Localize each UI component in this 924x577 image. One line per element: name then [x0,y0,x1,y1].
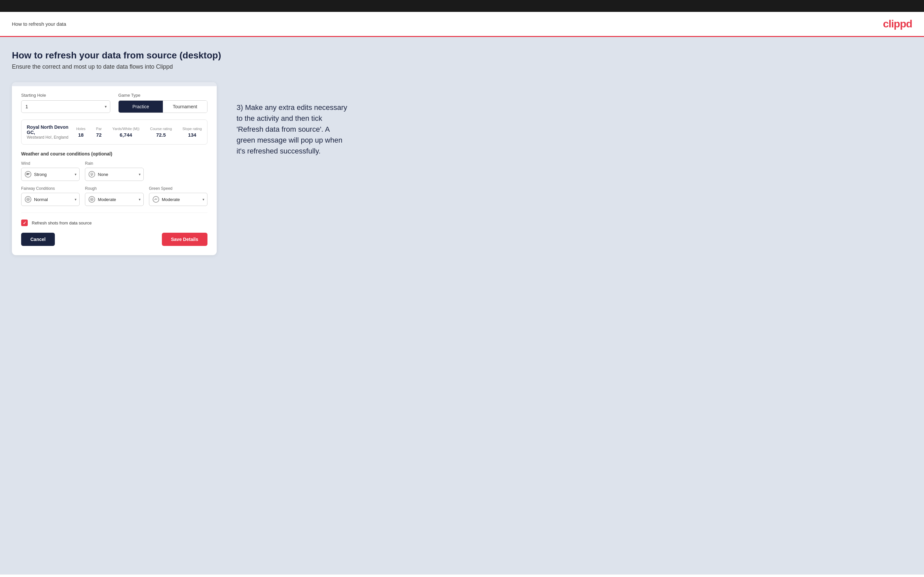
course-name: Royal North Devon GC, [27,124,76,135]
conditions-title: Weather and course conditions (optional) [21,151,207,156]
fairway-rough-green-row: Fairway Conditions Normal ▾ Rough [21,186,207,206]
refresh-checkbox-row: ✓ Refresh shots from data source [21,219,207,226]
main-content: How to refresh your data from source (de… [0,37,924,574]
rough-select[interactable]: Moderate ▾ [85,193,144,206]
course-rating-value: 72.5 [150,132,172,138]
fairway-value: Normal [34,197,48,202]
rain-chevron-icon: ▾ [139,172,141,177]
par-stat: Par 72 [96,127,102,138]
checkmark-icon: ✓ [23,221,26,226]
header: How to refresh your data clippd [0,12,924,37]
rough-value: Moderate [98,197,116,202]
course-info: Royal North Devon GC, Westward Ho!, Engl… [27,124,202,140]
page-subheading: Ensure the correct and most up to date d… [12,63,912,70]
wind-field: Wind Strong ▾ [21,161,80,181]
green-speed-field: Green Speed Moderate ▾ [149,186,207,206]
starting-hole-game-type-row: Starting Hole 1 ▾ Game Type Practice Tou… [21,93,207,113]
logo: clippd [883,18,912,30]
fairway-icon [25,196,31,203]
fairway-chevron-icon: ▾ [75,197,77,202]
green-speed-select[interactable]: Moderate ▾ [149,193,207,206]
svg-point-2 [28,199,29,200]
svg-point-0 [91,173,93,175]
wind-rain-row: Wind Strong ▾ Rain No [21,161,207,181]
slope-rating-label: Slope rating [183,127,202,131]
empty-field [149,161,207,181]
game-type-label: Game Type [118,93,207,98]
top-bar [0,0,924,12]
starting-hole-label: Starting Hole [21,93,110,98]
slope-rating-value: 134 [183,132,202,138]
fairway-label: Fairway Conditions [21,186,80,191]
course-stats: Holes 18 Par 72 Yards/White (M)) 6,744 [76,127,202,138]
holes-label: Holes [76,127,86,131]
fairway-field: Fairway Conditions Normal ▾ [21,186,80,206]
rain-icon [89,171,95,177]
green-speed-chevron-icon: ▾ [202,197,205,202]
rough-chevron-icon: ▾ [139,197,141,202]
cancel-button[interactable]: Cancel [21,233,55,246]
par-value: 72 [96,132,102,138]
header-title: How to refresh your data [12,21,66,27]
wind-chevron-icon: ▾ [75,172,77,177]
yards-stat: Yards/White (M)) 6,744 [112,127,139,138]
green-speed-icon [153,196,159,203]
course-location: Westward Ho!, England [27,135,76,140]
wind-value: Strong [34,172,47,177]
course-row: Royal North Devon GC, Westward Ho!, Engl… [21,119,207,145]
instruction-panel: 3) Make any extra edits necessary to the… [236,82,349,156]
starting-hole-group: Starting Hole 1 ▾ [21,93,110,113]
green-speed-label: Green Speed [149,186,207,191]
game-type-group: Game Type Practice Tournament [118,93,207,113]
course-rating-label: Course rating [150,127,172,131]
footer: Copyright Clippd 2022 [0,574,924,577]
rain-field: Rain None ▾ [85,161,144,181]
green-speed-value: Moderate [162,197,180,202]
refresh-label: Refresh shots from data source [32,221,92,226]
rain-select[interactable]: None ▾ [85,168,144,181]
starting-hole-value: 1 [26,104,28,109]
instruction-text: 3) Make any extra edits necessary to the… [236,102,349,156]
holes-value: 18 [76,132,86,138]
refresh-checkbox[interactable]: ✓ [21,219,28,226]
wind-label: Wind [21,161,80,166]
rough-label: Rough [85,186,144,191]
course-rating-stat: Course rating 72.5 [150,127,172,138]
svg-point-5 [156,199,156,199]
rough-icon [89,196,95,203]
svg-point-4 [92,199,92,200]
yards-label: Yards/White (M)) [112,127,139,131]
yards-value: 6,744 [112,132,139,138]
page-heading: How to refresh your data from source (de… [12,50,912,61]
practice-button[interactable]: Practice [119,101,163,113]
starting-hole-chevron-icon: ▾ [105,104,107,109]
save-button[interactable]: Save Details [162,233,208,246]
wind-select[interactable]: Strong ▾ [21,168,80,181]
rough-field: Rough Moderate ▾ [85,186,144,206]
rain-label: Rain [85,161,144,166]
fairway-select[interactable]: Normal ▾ [21,193,80,206]
course-name-block: Royal North Devon GC, Westward Ho!, Engl… [27,124,76,140]
wind-icon [25,171,31,177]
content-row: Starting Hole 1 ▾ Game Type Practice Tou… [12,82,912,255]
rain-value: None [98,172,108,177]
starting-hole-select[interactable]: 1 ▾ [21,100,110,113]
action-row: Cancel Save Details [21,233,207,246]
par-label: Par [96,127,102,131]
tournament-button[interactable]: Tournament [163,101,207,113]
holes-stat: Holes 18 [76,127,86,138]
form-card: Starting Hole 1 ▾ Game Type Practice Tou… [12,82,217,255]
slope-rating-stat: Slope rating 134 [183,127,202,138]
game-type-buttons: Practice Tournament [118,100,207,113]
divider [21,213,207,213]
form-card-top-bar [12,82,217,86]
